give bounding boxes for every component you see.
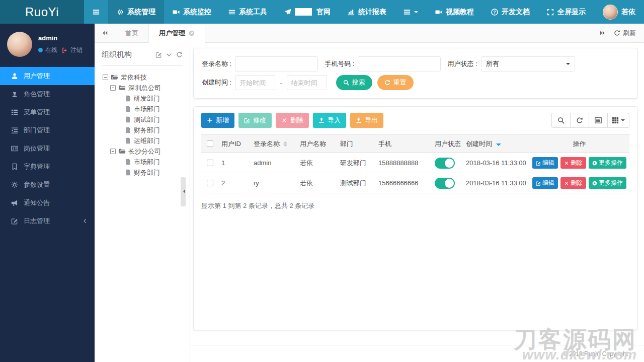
- tab-refresh-button[interactable]: 刷新: [614, 29, 636, 38]
- tabs-scroll-left-button[interactable]: [95, 30, 115, 36]
- tab-close-icon[interactable]: [189, 30, 195, 36]
- cell-user-name: 若依: [297, 179, 337, 188]
- reset-button[interactable]: 重置: [377, 75, 414, 90]
- sidebar-item-menu-manage[interactable]: 菜单管理: [0, 103, 95, 121]
- video-tutorial-link[interactable]: 视频教程: [427, 0, 482, 24]
- row-more-button[interactable]: 更多操作: [589, 177, 626, 189]
- app-logo[interactable]: RuoYi: [0, 0, 84, 24]
- row-checkbox[interactable]: [207, 180, 213, 186]
- tree-node[interactable]: 财务部门: [102, 125, 190, 135]
- col-user-id: 用户ID: [218, 139, 251, 149]
- row-more-button[interactable]: 更多操作: [589, 157, 626, 169]
- date-range-separator: -: [280, 79, 282, 87]
- refresh-table-button[interactable]: [570, 113, 589, 128]
- nav-system-tools[interactable]: 系统工具: [220, 0, 276, 24]
- menu-label: 角色管理: [24, 90, 50, 99]
- id-card-icon: [11, 145, 18, 152]
- import-button[interactable]: 导入: [313, 113, 346, 128]
- fullscreen-button[interactable]: 全屏显示: [538, 0, 594, 24]
- tree-collapse-chevron-icon[interactable]: [166, 52, 172, 58]
- tree-refresh-icon[interactable]: [176, 51, 183, 58]
- toggle-search-button[interactable]: [551, 113, 571, 128]
- folder-open-icon: [118, 148, 126, 155]
- menu-label: 部门管理: [24, 126, 50, 135]
- status-toggle-on[interactable]: [435, 158, 455, 169]
- sidebar: admin 在线 注销 用户管理 角色管理 菜单管理 部门管理: [0, 24, 95, 362]
- nav-more-dropdown[interactable]: [395, 0, 427, 24]
- start-time-input[interactable]: [235, 75, 275, 90]
- sidebar-toggle-button[interactable]: [84, 0, 108, 24]
- tree-expander-minus-icon[interactable]: [103, 75, 108, 80]
- nav-system-manage[interactable]: 系统管理: [108, 0, 164, 24]
- main-area: 首页 用户管理 刷新 组织机构: [95, 24, 644, 362]
- sidebar-item-post-manage[interactable]: 岗位管理: [0, 139, 95, 158]
- search-form-card: 登录名称 : 手机号码 : 用户状态 : 所有 创建时间 : -: [193, 48, 637, 99]
- tabs-scroll-right-button[interactable]: [599, 30, 606, 36]
- row-edit-button[interactable]: 编辑: [532, 177, 558, 189]
- svg-text:?: ?: [493, 10, 496, 15]
- tree-collapse-handle[interactable]: [181, 177, 186, 206]
- top-navbar: RuoYi 系统管理 系统监控 系统工具 官网 统计报表: [0, 0, 644, 24]
- row-delete-button[interactable]: 删除: [560, 157, 586, 169]
- sidebar-item-role-manage[interactable]: 角色管理: [0, 85, 95, 103]
- add-button[interactable]: 新增: [201, 113, 234, 128]
- file-icon: [125, 159, 131, 165]
- logout-link[interactable]: 注销: [70, 46, 83, 54]
- modify-button[interactable]: 修改: [238, 113, 272, 128]
- tree-node[interactable]: 深圳总公司: [102, 83, 190, 93]
- tree-node[interactable]: 运维部门: [102, 135, 190, 146]
- user-table: 用户ID 登录名称 用户名称 部门 手机 用户状态 创建时间: [201, 134, 629, 193]
- tree-node[interactable]: 测试部门: [102, 114, 190, 125]
- delete-button[interactable]: 删除: [276, 113, 309, 128]
- sidebar-item-param-settings[interactable]: 参数设置: [0, 176, 95, 194]
- caret-down-icon: [621, 119, 625, 123]
- user-status-select[interactable]: 所有: [481, 56, 575, 71]
- nav-official-site[interactable]: 官网: [276, 0, 339, 24]
- question-circle-icon: ?: [491, 9, 498, 16]
- tree-node[interactable]: 长沙分公司: [102, 146, 190, 157]
- row-delete-button[interactable]: 删除: [560, 177, 586, 189]
- tree-panel-title: 组织机构: [102, 50, 132, 59]
- tree-expander-minus-icon[interactable]: [110, 149, 116, 154]
- sidebar-item-log-manage[interactable]: 日志管理: [0, 212, 95, 230]
- export-button[interactable]: 导出: [350, 113, 383, 128]
- sidebar-item-dict-manage[interactable]: 字典管理: [0, 158, 95, 176]
- col-user-name: 用户名称: [297, 139, 337, 149]
- tree-edit-icon[interactable]: [155, 51, 162, 58]
- sidebar-item-notice[interactable]: 通知公告: [0, 194, 95, 212]
- tree-node[interactable]: 研发部门: [102, 93, 190, 104]
- tree-node[interactable]: 市场部门: [102, 104, 190, 114]
- tree-node[interactable]: 若依科技: [102, 72, 190, 83]
- tree-node[interactable]: 市场部门: [102, 157, 190, 167]
- tree-node[interactable]: 财务部门: [102, 167, 190, 178]
- tab-user-manage[interactable]: 用户管理: [148, 24, 205, 43]
- nav-system-monitor[interactable]: 系统监控: [164, 0, 220, 24]
- select-all-checkbox[interactable]: [207, 140, 213, 147]
- col-status: 用户状态: [432, 139, 463, 149]
- tree-expander-minus-icon[interactable]: [110, 85, 116, 91]
- end-time-input[interactable]: [287, 75, 327, 90]
- sidebar-item-dept-manage[interactable]: 部门管理: [0, 121, 95, 139]
- search-icon: [343, 80, 349, 86]
- cell-user-id: 2: [218, 179, 251, 187]
- search-button[interactable]: 搜索: [336, 75, 372, 90]
- edit-icon: [11, 218, 18, 225]
- nav-statistics-report[interactable]: 统计报表: [339, 0, 395, 24]
- user-menu[interactable]: 若依: [594, 0, 644, 24]
- sidebar-item-user-manage[interactable]: 用户管理: [0, 67, 95, 85]
- user-avatar[interactable]: [7, 32, 32, 57]
- detail-view-button[interactable]: [589, 113, 608, 128]
- row-checkbox[interactable]: [207, 160, 213, 166]
- phone-input[interactable]: [358, 56, 441, 71]
- row-edit-button[interactable]: 编辑: [532, 157, 558, 169]
- status-toggle-on[interactable]: [435, 178, 455, 189]
- login-name-input[interactable]: [235, 56, 318, 71]
- col-login-name[interactable]: 登录名称: [251, 139, 297, 149]
- tab-home[interactable]: 首页: [115, 24, 148, 43]
- nav-label: 视频教程: [446, 8, 474, 17]
- x-icon: [564, 181, 569, 186]
- columns-dropdown-button[interactable]: [607, 113, 629, 128]
- col-created[interactable]: 创建时间: [463, 139, 529, 149]
- cell-login-name: ry: [251, 179, 297, 187]
- dev-docs-link[interactable]: ? 开发文档: [482, 0, 538, 24]
